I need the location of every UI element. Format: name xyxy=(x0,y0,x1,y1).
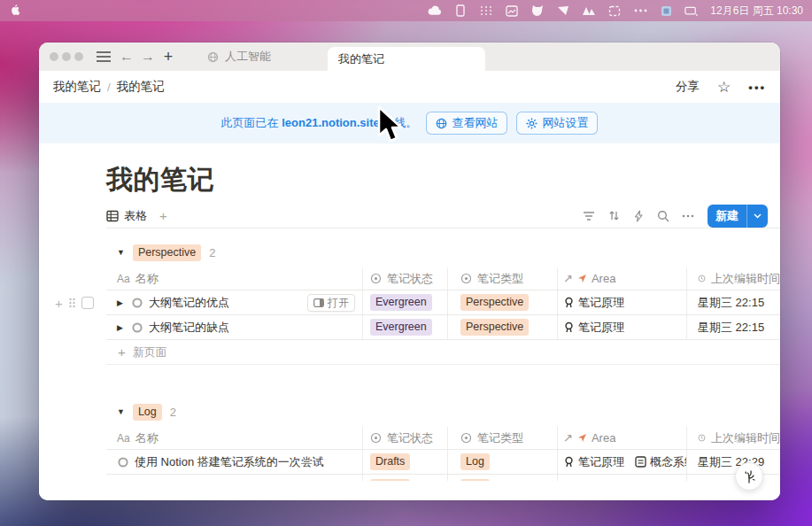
group-tag[interactable]: Log xyxy=(133,404,162,421)
page-ring-icon xyxy=(131,321,143,334)
group-collapse-icon[interactable]: ▼ xyxy=(117,407,125,416)
share-button[interactable]: 分享 xyxy=(676,79,700,95)
tab-my-notes[interactable]: 我的笔记 xyxy=(328,47,485,71)
frame-icon[interactable] xyxy=(607,4,622,18)
zoom-window-button[interactable] xyxy=(74,52,83,61)
row-expand-icon[interactable]: ▶ xyxy=(117,298,126,307)
sort-icon[interactable] xyxy=(607,209,621,223)
photos-icon[interactable] xyxy=(505,4,519,18)
tab-ai[interactable]: 人工智能 xyxy=(197,43,282,71)
close-window-button[interactable] xyxy=(50,52,58,61)
new-page-button[interactable]: 新建 xyxy=(708,205,768,228)
column-name[interactable]: Aa 名称 xyxy=(106,427,363,449)
new-tab-icon[interactable]: + xyxy=(158,43,179,71)
page-more-icon[interactable]: ••• xyxy=(748,81,766,94)
more-menu-icon[interactable] xyxy=(633,4,647,18)
select-property-icon xyxy=(460,273,472,284)
sidebar-menu-icon[interactable] xyxy=(93,43,114,71)
row-hover-gutter: + xyxy=(55,290,94,315)
type-tag[interactable]: Perspective xyxy=(460,319,529,336)
group-header-log[interactable]: ▼ Log 2 xyxy=(106,400,780,423)
display-mirror-icon[interactable] xyxy=(684,4,699,18)
type-tag[interactable]: Log xyxy=(460,453,490,470)
row-checkbox[interactable] xyxy=(81,297,94,309)
open-page-button[interactable]: 打开 xyxy=(307,294,355,312)
keyboard-grid-icon[interactable] xyxy=(479,4,493,18)
site-settings-button[interactable]: 网站设置 xyxy=(516,112,598,135)
group-header-perspective[interactable]: ▼ Perspective 2 xyxy=(106,241,780,264)
row-title[interactable]: 使用 Notion 搭建笔记系统的一次尝试 xyxy=(135,454,324,470)
globe-icon xyxy=(436,118,447,129)
column-status[interactable]: 笔记状态 xyxy=(363,427,448,449)
view-site-button[interactable]: 查看网站 xyxy=(426,112,507,135)
page-title[interactable]: 我的笔记 xyxy=(106,165,780,195)
recorder-app-icon[interactable] xyxy=(659,4,673,18)
add-view-icon[interactable]: + xyxy=(159,208,167,223)
type-tag[interactable]: Perspective xyxy=(460,294,529,311)
input-source-icon[interactable] xyxy=(453,4,468,18)
firefox-icon[interactable] xyxy=(530,4,545,18)
column-area[interactable]: ↗ Area xyxy=(558,267,687,290)
notion-window: ← → + 人工智能 我的笔记 我的笔记 / 我的笔记 分享 ☆ ••• 此页面… xyxy=(39,43,780,500)
group-collapse-icon[interactable]: ▼ xyxy=(117,248,125,257)
back-icon[interactable]: ← xyxy=(116,43,137,71)
concept-page-icon xyxy=(635,456,646,468)
view-more-icon[interactable] xyxy=(681,209,695,223)
group-tag[interactable]: Perspective xyxy=(133,244,201,261)
breadcrumb-current[interactable]: 我的笔记 xyxy=(117,79,165,95)
view-toolbar: 表格 + 新建 xyxy=(106,204,780,228)
breadcrumb-separator: / xyxy=(107,81,111,94)
status-tag[interactable]: Drafts xyxy=(370,453,410,470)
forward-icon[interactable]: → xyxy=(137,43,159,71)
row-expand-icon[interactable]: ▶ xyxy=(117,323,126,332)
row-title[interactable]: 大纲笔记的缺点 xyxy=(149,320,229,336)
breadcrumb-root[interactable]: 我的笔记 xyxy=(53,79,101,95)
tab-strip: ← → + 人工智能 我的笔记 xyxy=(39,43,780,71)
relation-page-link[interactable]: 笔记原理 xyxy=(563,320,624,336)
status-tag[interactable]: Evergreen xyxy=(370,319,432,336)
menu-bar: 12月6日 周五 10:30 xyxy=(0,0,812,21)
apple-menu-icon[interactable] xyxy=(9,4,23,18)
column-edited[interactable]: 上次编辑时间 xyxy=(687,267,780,290)
edited-time: 星期三 22:15 xyxy=(698,295,764,311)
cloud-icon[interactable] xyxy=(428,4,442,18)
publish-banner-text: 此页面已在 leon21.notion.site 上线。 xyxy=(221,115,418,131)
table-row[interactable]: 使用 Notion 搭建笔记系统的一次尝试 Drafts Log 笔记原理 概念… xyxy=(106,450,780,475)
page-content: 我的笔记 表格 + 新建 xyxy=(39,165,780,499)
table-row[interactable]: + ▶ 大纲笔记的优点 打开 Evergreen Perspective xyxy=(106,290,780,315)
favorite-star-icon[interactable]: ☆ xyxy=(717,80,731,95)
confetti-icon xyxy=(742,468,756,484)
filter-icon[interactable] xyxy=(582,209,596,223)
column-type[interactable]: 笔记类型 xyxy=(448,267,558,290)
column-name[interactable]: Aa 名称 xyxy=(106,267,363,290)
principle-page-icon xyxy=(563,456,575,468)
site-domain-link[interactable]: leon21.notion.site xyxy=(282,116,380,129)
column-edited[interactable]: 上次编辑时间 xyxy=(687,427,780,449)
column-status[interactable]: 笔记状态 xyxy=(363,267,448,290)
column-area[interactable]: ↗ Area xyxy=(558,427,687,449)
table-header: Aa 名称 笔记状态 笔记类型 ↗ Area 上 xyxy=(106,267,780,290)
automation-bolt-icon[interactable] xyxy=(631,209,646,223)
table-row[interactable]: ▶ 大纲笔记的缺点 Evergreen Perspective 笔记原理 星期三… xyxy=(106,315,780,340)
table-header: Aa 名称 笔记状态 笔记类型 ↗ Area 上 xyxy=(106,427,780,450)
drag-handle-icon[interactable] xyxy=(67,297,77,309)
search-icon[interactable] xyxy=(656,209,670,223)
row-add-icon[interactable]: + xyxy=(55,296,63,311)
clock-icon xyxy=(698,273,706,284)
row-title[interactable]: 大纲笔记的优点 xyxy=(149,295,229,311)
view-tab-table[interactable]: 表格 xyxy=(106,208,147,224)
notion-confetti-badge[interactable] xyxy=(735,462,763,491)
relation-page-link[interactable]: 笔记原理 xyxy=(563,295,624,311)
minimize-window-button[interactable] xyxy=(62,52,71,61)
relation-page-link[interactable]: 概念系统 xyxy=(635,454,687,470)
status-tag[interactable]: Evergreen xyxy=(370,294,432,311)
status-property-icon xyxy=(370,273,382,284)
menu-bar-clock[interactable]: 12月6日 周五 10:30 xyxy=(710,4,803,19)
mountains-icon[interactable] xyxy=(582,4,596,18)
publish-banner: 此页面已在 leon21.notion.site 上线。 查看网站 网站设置 xyxy=(39,103,780,143)
relation-page-link[interactable]: 笔记原理 xyxy=(563,454,624,470)
shape-icon[interactable] xyxy=(556,4,570,18)
new-page-row[interactable]: + 新页面 xyxy=(106,340,780,365)
tab-label: 人工智能 xyxy=(225,49,271,65)
column-type[interactable]: 笔记类型 xyxy=(448,427,558,449)
